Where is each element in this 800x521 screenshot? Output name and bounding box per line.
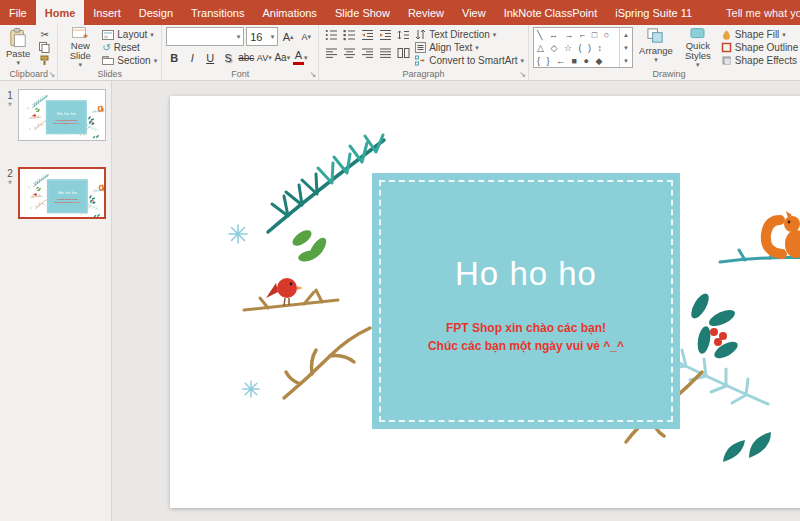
slide-subtitle-line2[interactable]: Chúc các bạn một ngày vui vẻ ^_^ xyxy=(372,339,680,353)
text-shadow-button[interactable]: S xyxy=(220,49,236,66)
title-placeholder[interactable]: Ho ho ho FPT Shop xin chào các bạn! Chúc… xyxy=(46,100,87,134)
arrange-button[interactable]: Arrange ▾ xyxy=(637,27,675,68)
shapes-row[interactable]: △ ◇ ☆ ( ) ↕ xyxy=(537,43,616,53)
tab-file[interactable]: File xyxy=(0,0,36,25)
tab-view[interactable]: View xyxy=(453,0,495,25)
slide-meta: 2 * xyxy=(2,167,18,219)
new-slide-button[interactable]: New Slide ▾ xyxy=(62,27,98,68)
arrange-label: Arrange xyxy=(639,46,673,56)
leaf-icon xyxy=(715,418,777,470)
align-left-button[interactable] xyxy=(323,45,339,60)
caret-icon: ▾ xyxy=(493,31,497,38)
cut-button[interactable]: ✂ xyxy=(36,28,53,41)
shape-outline-button[interactable]: Shape Outline▾ xyxy=(721,41,800,54)
italic-button[interactable]: I xyxy=(184,49,200,66)
slides-group: New Slide ▾ Layout▾ ↺ Reset Section▾ Sli… xyxy=(58,25,162,80)
character-spacing-button[interactable]: AV▾ xyxy=(256,49,272,66)
align-center-icon xyxy=(343,47,356,59)
change-case-button[interactable]: Aa▾ xyxy=(274,49,290,66)
convert-smartart-button[interactable]: Convert to SmartArt▾ xyxy=(415,54,524,67)
text-direction-label: Text Direction xyxy=(429,29,490,40)
reset-button[interactable]: ↺ Reset xyxy=(102,41,157,54)
bird-on-branch-icon xyxy=(30,191,43,198)
gallery-down-button[interactable]: ▼ xyxy=(623,45,629,51)
snowflake-icon xyxy=(27,107,30,110)
align-left-icon xyxy=(325,47,338,59)
justify-button[interactable] xyxy=(377,45,393,60)
slide-content: Ho ho ho FPT Shop xin chào các bạn! Chúc… xyxy=(20,169,104,217)
format-painter-button[interactable] xyxy=(36,54,53,67)
increase-font-size-button[interactable]: A▴ xyxy=(280,28,296,45)
caret-icon: ▾ xyxy=(150,31,154,38)
editor-canvas[interactable]: Ho ho ho FPT Shop xin chào các bạn! Chúc… xyxy=(112,81,800,521)
font-color-button[interactable]: A▾ xyxy=(292,49,308,66)
strikethrough-button[interactable]: abc xyxy=(238,49,254,66)
slide-title[interactable]: Ho ho ho xyxy=(46,111,87,116)
clipboard-dialog-launcher[interactable]: ↘ xyxy=(49,71,56,79)
align-center-button[interactable] xyxy=(341,45,357,60)
tell-me-search[interactable]: Tell me what you want to do xyxy=(721,0,800,25)
align-right-icon xyxy=(361,47,374,59)
slide-thumbnail-2-selected[interactable]: Ho ho ho FPT Shop xin chào các bạn! Chúc… xyxy=(18,167,106,219)
spacing-label: AV xyxy=(257,53,268,63)
align-text-button[interactable]: Align Text▾ xyxy=(415,41,524,54)
slide-title[interactable]: Ho ho ho xyxy=(47,190,88,195)
dashed-border xyxy=(47,101,86,133)
case-label: Aa xyxy=(274,52,286,63)
tab-slide-show[interactable]: Slide Show xyxy=(326,0,399,25)
bullets-button[interactable] xyxy=(323,27,339,42)
slide-thumbnail-1[interactable]: Ho ho ho FPT Shop xin chào các bạn! Chúc… xyxy=(18,89,106,141)
title-placeholder[interactable]: Ho ho ho FPT Shop xin chào các bạn! Chúc… xyxy=(372,173,680,429)
gallery-more-button[interactable]: ▼ xyxy=(623,58,629,64)
tab-animations[interactable]: Animations xyxy=(253,0,325,25)
caret-icon: ▾ xyxy=(16,59,20,66)
holly-leaves-icon xyxy=(288,222,334,268)
shape-effects-icon xyxy=(721,55,732,66)
squirrel-on-branch-icon xyxy=(91,104,105,114)
font-size-value: 16 xyxy=(250,31,262,43)
tab-home[interactable]: Home xyxy=(36,0,85,25)
cut-icon: ✂ xyxy=(41,29,49,40)
slide-content: Ho ho ho FPT Shop xin chào các bạn! Chúc… xyxy=(170,96,800,508)
shapes-row[interactable]: ╲ ↔ → ⌐ □ ○ xyxy=(537,30,616,40)
shape-effects-button[interactable]: Shape Effects▾ xyxy=(721,54,800,67)
shapes-gallery[interactable]: ╲ ↔ → ⌐ □ ○ △ ◇ ☆ ( ) ↕ { } ← ■ ● ◆ ▲ ▼ … xyxy=(533,27,633,68)
shape-fill-button[interactable]: Shape Fill▾ xyxy=(721,28,800,41)
underline-button[interactable]: U xyxy=(202,49,218,66)
slide-subtitle-line2[interactable]: Chúc các bạn một ngày vui vẻ ^_^ xyxy=(46,122,87,124)
font-name-select[interactable]: ▾ xyxy=(166,27,244,46)
paragraph-dialog-launcher[interactable]: ↘ xyxy=(519,71,526,79)
slide-title[interactable]: Ho ho ho xyxy=(372,255,680,293)
decrease-font-size-button[interactable]: A▾ xyxy=(298,28,314,45)
tab-ispring-suite[interactable]: iSpring Suite 11 xyxy=(606,0,701,25)
quick-styles-button[interactable]: Quick Styles ▾ xyxy=(679,27,717,68)
numbering-button[interactable] xyxy=(341,27,357,42)
shapes-row[interactable]: { } ← ■ ● ◆ xyxy=(537,56,616,66)
slide-subtitle-line2[interactable]: Chúc các bạn một ngày vui vẻ ^_^ xyxy=(47,201,88,203)
font-dialog-launcher[interactable]: ↘ xyxy=(309,71,316,79)
paste-icon xyxy=(9,27,27,48)
text-direction-button[interactable]: Text Direction▾ xyxy=(415,28,524,41)
paste-button[interactable]: Paste ▾ xyxy=(4,27,32,68)
tab-insert[interactable]: Insert xyxy=(84,0,130,25)
align-right-button[interactable] xyxy=(359,45,375,60)
tab-design[interactable]: Design xyxy=(130,0,182,25)
tab-review[interactable]: Review xyxy=(399,0,453,25)
line-spacing-icon xyxy=(397,29,410,41)
bird-on-branch-icon xyxy=(29,112,42,119)
layout-button[interactable]: Layout▾ xyxy=(102,28,157,41)
title-placeholder[interactable]: Ho ho ho FPT Shop xin chào các bạn! Chúc… xyxy=(47,179,88,213)
tab-transitions[interactable]: Transitions xyxy=(182,0,253,25)
section-button[interactable]: Section▾ xyxy=(102,54,157,67)
slide-subtitle-line1[interactable]: FPT Shop xin chào các bạn! xyxy=(372,321,680,335)
tab-inknote-classpoint[interactable]: InkNote ClassPoint xyxy=(495,0,607,25)
line-spacing-button[interactable] xyxy=(395,27,411,42)
gallery-up-button[interactable]: ▲ xyxy=(623,32,629,38)
bold-button[interactable]: B xyxy=(166,49,182,66)
slide-editing-area[interactable]: Ho ho ho FPT Shop xin chào các bạn! Chúc… xyxy=(170,96,800,508)
decrease-indent-button[interactable] xyxy=(359,27,375,42)
copy-button[interactable] xyxy=(36,41,53,54)
increase-indent-button[interactable] xyxy=(377,27,393,42)
columns-button[interactable] xyxy=(395,45,411,60)
font-size-select[interactable]: 16▾ xyxy=(246,27,278,46)
